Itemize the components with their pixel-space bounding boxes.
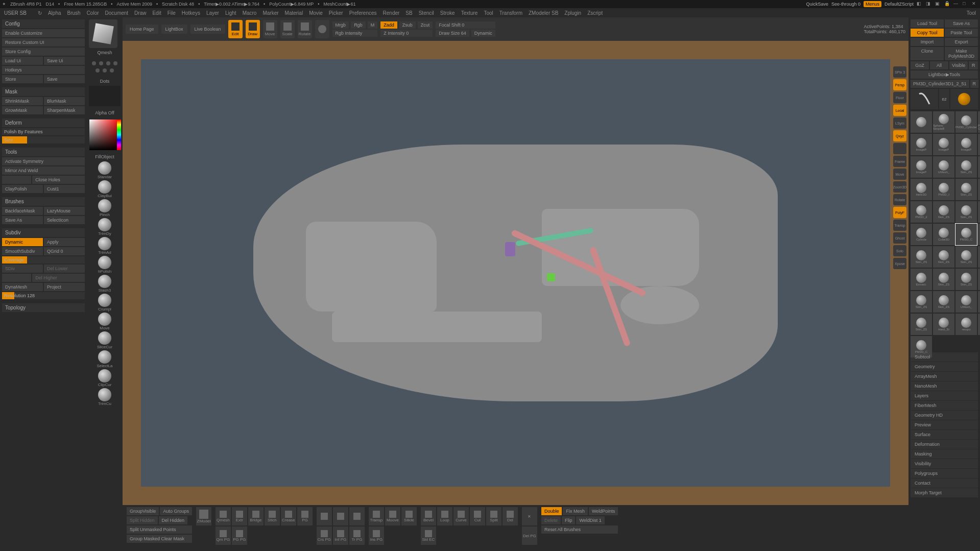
menu-macro[interactable]: Macro bbox=[243, 10, 257, 16]
menu-light[interactable]: Light bbox=[225, 10, 236, 16]
viewport-persp[interactable]: Persp bbox=[893, 79, 906, 90]
menu-stroke[interactable]: Stroke bbox=[440, 10, 455, 16]
menu-transform[interactable]: Transform bbox=[499, 10, 522, 16]
tool-thumb[interactable]: Skin_ZS bbox=[911, 291, 932, 313]
menu-zmodeler[interactable]: ZModeler SB bbox=[529, 10, 558, 16]
tool-thumb[interactable]: Skin_ZS bbox=[933, 246, 954, 268]
bottom-bridge[interactable]: Bridge bbox=[248, 507, 264, 525]
tool-thumb[interactable]: Skin_ZS bbox=[955, 156, 977, 178]
dynamic-chip[interactable]: Dynamic bbox=[471, 30, 495, 37]
viewport[interactable] bbox=[141, 59, 890, 487]
brush-claybui[interactable]: ClayBui bbox=[98, 180, 112, 198]
rgb-intensity[interactable]: Rgb Intensity bbox=[332, 30, 378, 37]
lightbox-tools[interactable]: Lightbox▶Tools bbox=[911, 70, 978, 79]
tool-thumb[interactable]: Skin_ZS bbox=[978, 269, 980, 290]
menu-movie[interactable]: Movie bbox=[309, 10, 323, 16]
edit-tool[interactable]: Edit bbox=[228, 20, 243, 38]
tool-thumb[interactable]: PM3D_C bbox=[955, 224, 977, 245]
menu-texture[interactable]: Texture bbox=[461, 10, 478, 16]
shrinkmask-button[interactable]: ShrinkMask bbox=[2, 97, 43, 105]
bottom-transp[interactable]: Transp bbox=[369, 507, 384, 525]
accordion-fibermesh[interactable]: FiberMesh bbox=[911, 401, 978, 410]
accordion-geometry[interactable]: Geometry bbox=[911, 362, 978, 371]
menu-zscript[interactable]: Zscript bbox=[587, 10, 603, 16]
tool-thumb[interactable]: Extract: bbox=[911, 269, 932, 290]
viewport-solo[interactable]: Solo bbox=[893, 245, 906, 256]
tool-thumb[interactable]: ImageP bbox=[933, 134, 954, 155]
seethrough-slider[interactable]: See-through 0 bbox=[831, 2, 861, 7]
viewport-lsym[interactable]: LSym bbox=[893, 117, 906, 129]
tool-thumb[interactable]: Skin_ZS bbox=[933, 269, 954, 290]
tool-thumb[interactable]: PM3D_C bbox=[978, 314, 980, 335]
tool-thumb-main[interactable] bbox=[911, 89, 938, 109]
size-slider[interactable]: Size bbox=[2, 136, 85, 143]
tool-thumb[interactable]: PM3D_Cylinder bbox=[955, 111, 977, 133]
delhigher-button[interactable]: Del Higher bbox=[32, 274, 85, 282]
menu-color[interactable]: Color bbox=[87, 10, 99, 16]
menu-preferences[interactable]: Preferences bbox=[349, 10, 377, 16]
clone-button[interactable]: Clone bbox=[911, 47, 944, 60]
accordion-deformation[interactable]: Deformation bbox=[911, 440, 978, 449]
loadtool-button[interactable]: Load Tool bbox=[911, 19, 944, 28]
delhidden-button[interactable]: Del Hidden bbox=[159, 516, 188, 524]
accordion-preview[interactable]: Preview bbox=[911, 420, 978, 429]
window-icon[interactable]: ◧ bbox=[917, 1, 923, 7]
welddist-button[interactable]: WeldDist 1 bbox=[576, 516, 604, 524]
dellower-button[interactable]: Del Lower bbox=[44, 265, 85, 273]
menu-hotkeys[interactable]: Hotkeys bbox=[182, 10, 200, 16]
smoothsubdiv-button[interactable]: SmoothSubdiv bbox=[2, 247, 43, 255]
zadd-chip[interactable]: Zadd bbox=[380, 21, 397, 29]
fixmesh-button[interactable]: Fix Mesh bbox=[563, 507, 588, 515]
qgrid-button[interactable]: QGrid 0 bbox=[44, 247, 85, 255]
splitunmasked-button[interactable]: Split Unmasked Points bbox=[127, 525, 192, 534]
tool-thumb[interactable]: PolyMe Cube3D bbox=[978, 111, 980, 133]
brush-pinch[interactable]: Pinch bbox=[98, 199, 111, 217]
viewport-[interactable] bbox=[893, 143, 906, 154]
splithidden-button[interactable]: Split Hidden bbox=[127, 516, 158, 524]
tool-thumb[interactable]: UMesh_ bbox=[955, 291, 977, 313]
brush-hpolish[interactable]: hPolish bbox=[98, 256, 111, 274]
tool-thumb[interactable]: Cylinde bbox=[911, 224, 932, 245]
accordion-polygroups[interactable]: Polygroups bbox=[911, 469, 978, 478]
tool-thumb[interactable] bbox=[911, 111, 932, 133]
draw-tool[interactable]: Draw bbox=[246, 20, 260, 38]
home-button[interactable]: Home Page bbox=[126, 25, 158, 34]
current-tool-name[interactable]: PM3D_Cylinder3D1_2_51 bbox=[911, 80, 969, 88]
bottom-loop[interactable]: Loop bbox=[437, 507, 452, 525]
bottom-del[interactable]: Del bbox=[503, 507, 518, 525]
bottom-curve[interactable]: Curve bbox=[453, 507, 469, 525]
menu-document[interactable]: Document bbox=[105, 10, 129, 16]
apply-button[interactable]: Apply bbox=[44, 238, 85, 246]
tool-thumb[interactable]: ImageP bbox=[911, 134, 932, 155]
tool-thumb[interactable]: Skin_ZS bbox=[978, 224, 980, 245]
zcut-chip[interactable]: Zcut bbox=[418, 21, 433, 29]
save-ui-button[interactable]: Save Ui bbox=[44, 57, 85, 65]
tool-thumb[interactable]: Skin_ZS bbox=[933, 201, 954, 223]
sharpenmask-button[interactable]: SharpenMask bbox=[44, 106, 85, 114]
defaultzscript-button[interactable]: DefaultZScript bbox=[885, 2, 914, 7]
brush-trimdy[interactable]: TrimDy bbox=[98, 218, 111, 236]
dynamic-button[interactable]: Dynamic bbox=[2, 238, 43, 246]
brush-clipcur[interactable]: ClipCur bbox=[98, 369, 112, 387]
restore-ui-button[interactable]: Restore Custom UI bbox=[2, 38, 85, 46]
accordion-geometryhd[interactable]: Geometry HD bbox=[911, 411, 978, 420]
bottom-[interactable] bbox=[317, 507, 332, 525]
z-intensity[interactable]: Z Intensity 0 bbox=[380, 30, 433, 37]
copytool-button[interactable]: Copy Tool bbox=[911, 29, 944, 37]
groupvisible-button[interactable]: GroupVisible bbox=[127, 507, 159, 515]
project-button[interactable]: Project bbox=[44, 283, 85, 291]
bottom-split[interactable]: Split bbox=[486, 507, 501, 525]
all-button[interactable]: All bbox=[930, 61, 948, 69]
tool-thumb[interactable]: ImageP bbox=[955, 134, 977, 155]
menu-edit[interactable]: Edit bbox=[152, 10, 161, 16]
viewport-xpose[interactable]: Xpose bbox=[893, 258, 906, 269]
bottom-pg[interactable]: PG bbox=[297, 507, 313, 525]
tool-thumb[interactable]: UMesh_ bbox=[933, 156, 954, 178]
menu-marker[interactable]: Marker bbox=[262, 10, 278, 16]
flip-button[interactable]: Flip bbox=[562, 516, 576, 524]
zmodel-button[interactable]: ZModel bbox=[196, 507, 211, 525]
lightbox-button[interactable]: LightBox bbox=[161, 25, 187, 34]
rgb-chip[interactable]: Rgb bbox=[351, 21, 366, 29]
refresh-icon[interactable]: ↻ bbox=[38, 10, 42, 16]
bottom-pgpg[interactable]: PG PG bbox=[232, 526, 247, 545]
